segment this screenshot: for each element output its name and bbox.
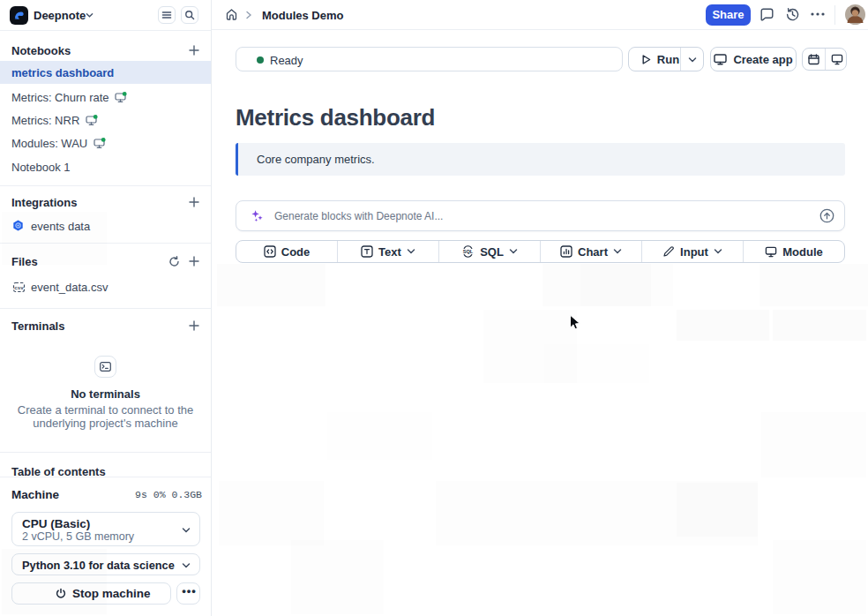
- svg-text:SQL: SQL: [463, 249, 474, 254]
- svg-text:csv: csv: [14, 284, 24, 290]
